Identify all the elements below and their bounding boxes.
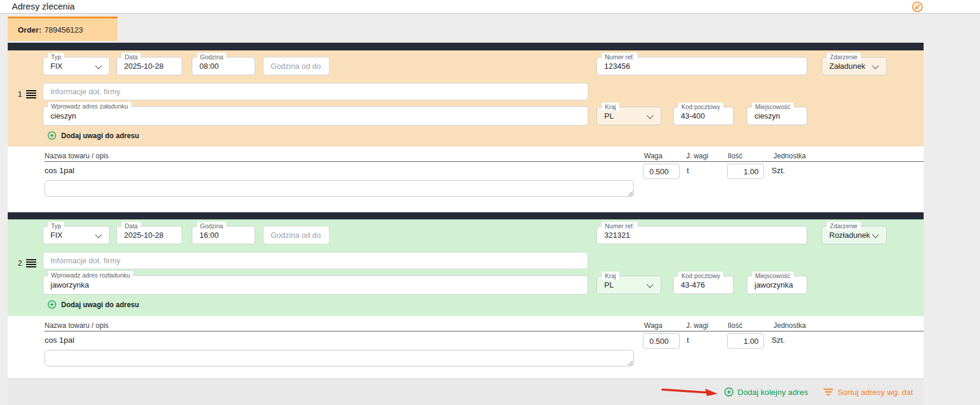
goods-unit-header: Jednostka: [773, 321, 806, 330]
event-label: Zdarzenie: [827, 53, 861, 61]
goods-name-value: cos 1pal: [45, 336, 74, 345]
postal-code-label: Kod pocztowy: [678, 272, 723, 280]
chevron-down-icon: [95, 62, 102, 69]
add-next-address-label: Dodaj kolejny adres: [738, 388, 808, 397]
city-field: Miejscowość: [747, 276, 807, 294]
address-label: Wprowadz adres rozładunku: [48, 271, 133, 279]
goods-table: Nazwa towaru / opis Waga J. wagi Ilość J…: [8, 316, 924, 378]
goods-quantity-header: Ilość: [728, 321, 743, 330]
add-address-note-label: Dodaj uwagi do adresu: [61, 301, 139, 309]
address-row-number: 1: [18, 90, 36, 98]
goods-weight-header: Waga: [644, 321, 662, 330]
goods-header-divider: [45, 331, 924, 331]
order-addresses-page: Adresy zlecenia Order: 789456123 1 Typ F…: [0, 0, 980, 405]
goods-name-value: cos 1pal: [45, 166, 74, 175]
date-label: Data: [122, 53, 141, 61]
city-label: Miejscowość: [752, 272, 794, 280]
country-select[interactable]: Kraj PL: [597, 107, 661, 125]
order-tab[interactable]: Order: 789456123: [8, 17, 118, 41]
add-address-note-label: Dodaj uwagi do adresu: [61, 132, 139, 140]
goods-name-header: Nazwa towaru / opis: [45, 321, 109, 330]
time-range-input[interactable]: [264, 227, 329, 244]
goods-quantity-input[interactable]: [727, 164, 764, 179]
address-section-unloading: 2 Typ FIX Data Godzina Numer ref.: [8, 219, 924, 316]
address-section-loading: 1 Typ FIX Data Godzina Numer ref.: [8, 50, 924, 146]
drag-handle-icon[interactable]: [26, 90, 36, 98]
company-info-input[interactable]: [43, 253, 588, 269]
postal-code-field: Kod pocztowy: [673, 276, 734, 294]
ref-number-label: Numer ref.: [602, 53, 638, 61]
time-range-field: [263, 57, 329, 75]
annotation-arrow: [661, 387, 718, 397]
order-tab-label: Order:: [18, 25, 42, 34]
date-label: Data: [122, 222, 141, 230]
goods-weight-unit-value: t: [687, 336, 689, 345]
country-select[interactable]: Kraj PL: [597, 276, 661, 294]
goods-quantity-header: Ilość: [728, 152, 743, 160]
plus-circle-icon: [724, 387, 734, 397]
chevron-down-icon: [872, 62, 878, 69]
company-info-field: [43, 83, 588, 100]
chevron-down-icon: [872, 231, 878, 238]
country-label: Kraj: [602, 103, 619, 111]
goods-unit-header: Jednostka: [773, 152, 806, 160]
section-divider: [8, 212, 924, 219]
address-label: Wprowadz adres załadunku: [48, 102, 131, 110]
address-field: Wprowadz adres załadunku: [43, 106, 588, 126]
event-select[interactable]: Zdarzenie Załadunek: [822, 57, 887, 75]
drag-handle-icon[interactable]: [26, 259, 36, 267]
city-label: Miejscowość: [752, 103, 794, 111]
time-range-field: [263, 226, 329, 244]
plus-circle-icon: [47, 131, 56, 140]
goods-weight-input[interactable]: [643, 164, 680, 179]
event-select[interactable]: Zdarzenie Rozładunek: [822, 226, 887, 244]
postal-code-label: Kod pocztowy: [678, 103, 723, 111]
ref-number-field: Numer ref.: [597, 226, 807, 244]
city-field: Miejscowość: [747, 107, 807, 125]
company-info-input[interactable]: [43, 84, 588, 100]
row-number-label: 1: [18, 90, 22, 98]
goods-weight-header: Waga: [644, 152, 662, 160]
goods-weight-input[interactable]: [643, 333, 680, 349]
goods-quantity-input[interactable]: [727, 333, 764, 349]
goods-weight-unit-header: J. wagi: [686, 152, 708, 160]
add-address-note-button[interactable]: Dodaj uwagi do adresu: [47, 300, 139, 309]
time-field: Godzina: [192, 57, 255, 75]
type-label: Typ: [48, 53, 64, 61]
edit-icon[interactable]: [912, 1, 923, 12]
goods-note-textarea[interactable]: [45, 350, 634, 366]
row-number-label: 2: [18, 259, 22, 267]
address-field: Wprowadz adres rozładunku: [43, 275, 588, 295]
type-select[interactable]: Typ FIX: [43, 226, 110, 244]
sort-addresses-label: Sortuj adresy wg. dat: [838, 388, 913, 397]
time-range-input[interactable]: [264, 58, 329, 75]
time-field: Godzina: [192, 226, 255, 244]
order-number: 789456123: [45, 25, 83, 34]
goods-unit-value: Szt.: [772, 336, 785, 345]
ref-number-field: Numer ref.: [597, 57, 807, 75]
company-info-field: [43, 252, 588, 269]
goods-note-textarea[interactable]: [45, 180, 634, 197]
footer-bar: Dodaj kolejny adres Sortuj adresy wg. da…: [8, 378, 924, 405]
goods-unit-value: Szt.: [772, 166, 785, 175]
order-panel: Order: 789456123 1 Typ FIX Data Godzina: [8, 14, 924, 405]
chevron-down-icon: [646, 281, 653, 288]
chevron-down-icon: [646, 112, 653, 119]
date-field: Data: [116, 226, 182, 244]
goods-header-divider: [45, 161, 924, 162]
add-address-note-button[interactable]: Dodaj uwagi do adresu: [47, 131, 139, 140]
goods-table: Nazwa towaru / opis Waga J. wagi Ilość J…: [8, 146, 924, 212]
date-field: Data: [116, 57, 182, 75]
time-label: Godzina: [197, 53, 226, 61]
sort-icon: [823, 388, 833, 396]
type-select[interactable]: Typ FIX: [43, 57, 110, 75]
plus-circle-icon: [47, 300, 56, 309]
time-label: Godzina: [197, 222, 226, 230]
type-label: Typ: [48, 222, 64, 230]
goods-name-header: Nazwa towaru / opis: [45, 152, 109, 160]
title-strip: Adresy zlecenia: [0, 0, 980, 14]
sort-addresses-button[interactable]: Sortuj adresy wg. dat: [823, 388, 913, 397]
event-label: Zdarzenie: [827, 222, 861, 230]
add-next-address-button[interactable]: Dodaj kolejny adres: [724, 387, 808, 397]
address-row-number: 2: [18, 259, 36, 267]
